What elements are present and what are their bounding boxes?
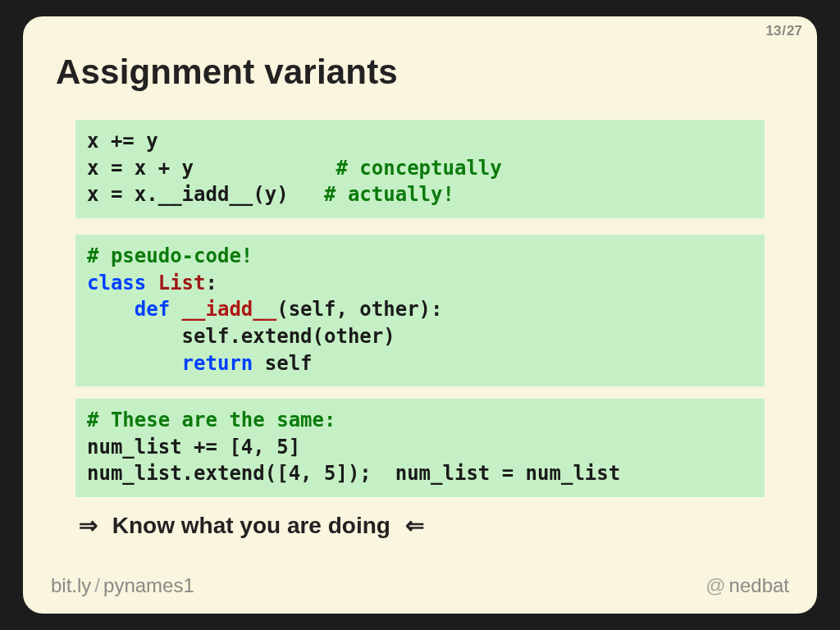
code-block-equivalence: # These are the same: num_list += [4, 5]… bbox=[75, 399, 765, 497]
footer-handle-name: nedbat bbox=[729, 574, 789, 596]
footer-url-host: bit.ly bbox=[51, 574, 91, 596]
code-funcname: __iadd__ bbox=[182, 298, 277, 321]
code-comment: # actually! bbox=[324, 183, 454, 206]
code-comment: # These are the same: bbox=[87, 409, 336, 431]
code-line: x = x.__iadd__(y) bbox=[87, 183, 324, 206]
code-text: : bbox=[206, 272, 217, 294]
page-total: 27 bbox=[787, 23, 802, 39]
code-text bbox=[146, 272, 158, 294]
code-line: x += y bbox=[87, 130, 158, 153]
code-comment: # conceptually bbox=[336, 157, 501, 180]
callout: ⇒ Know what you are doing ⇐ bbox=[75, 512, 427, 539]
code-line: num_list.extend([4, 5]); num_list = num_… bbox=[87, 462, 620, 485]
code-text bbox=[87, 298, 135, 321]
footer-url-path: pynames1 bbox=[103, 574, 194, 596]
footer-link[interactable]: bit.ly/pynames1 bbox=[51, 574, 194, 597]
footer-url-sep: / bbox=[91, 574, 103, 596]
page-counter: 13/27 bbox=[765, 23, 802, 39]
code-line: x = x + y bbox=[87, 157, 336, 180]
at-icon: @ bbox=[705, 574, 728, 596]
slide-footer: bit.ly/pynames1 @nedbat bbox=[51, 574, 789, 597]
code-keyword: class bbox=[87, 272, 146, 294]
callout-text: Know what you are doing bbox=[107, 513, 395, 538]
code-line: self.extend(other) bbox=[87, 325, 395, 348]
code-text: (self, other): bbox=[276, 298, 442, 321]
code-comment: # pseudo-code! bbox=[87, 244, 253, 267]
code-text bbox=[87, 352, 182, 375]
code-text bbox=[170, 298, 181, 321]
arrow-right-icon: ⇒ bbox=[75, 513, 101, 538]
footer-handle[interactable]: @nedbat bbox=[705, 574, 789, 597]
code-block-list-iadd: # pseudo-code! class List: def __iadd__(… bbox=[75, 235, 765, 386]
page-current: 13 bbox=[765, 23, 781, 39]
code-classname: List bbox=[158, 272, 206, 294]
code-text: self bbox=[253, 352, 312, 375]
arrow-left-icon: ⇐ bbox=[402, 513, 427, 538]
code-line: num_list += [4, 5] bbox=[87, 436, 300, 459]
code-keyword: def bbox=[135, 298, 170, 321]
code-keyword: return bbox=[182, 352, 253, 375]
slide-title: Assignment variants bbox=[56, 52, 398, 92]
slide: 13/27 Assignment variants x += y x = x +… bbox=[23, 16, 817, 614]
code-block-augmented-assign: x += y x = x + y # conceptually x = x.__… bbox=[75, 120, 765, 218]
